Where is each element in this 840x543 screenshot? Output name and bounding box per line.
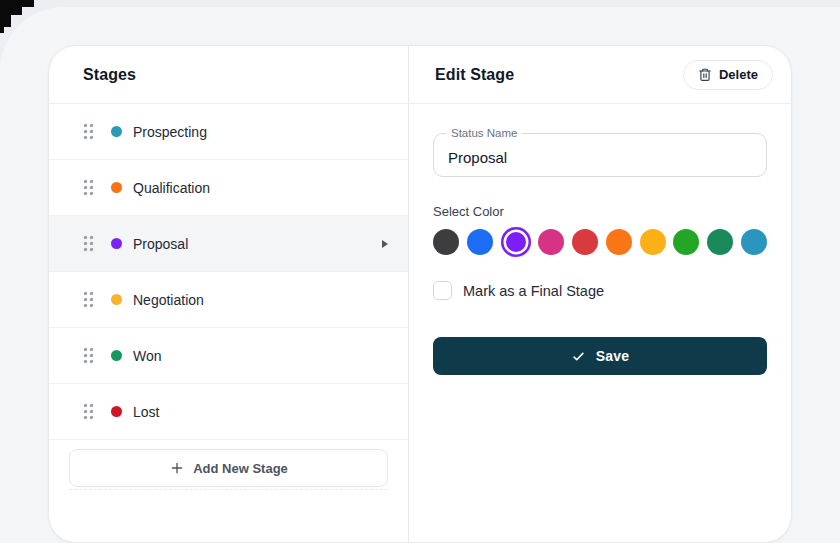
color-swatch-purple-selected[interactable] [501, 227, 531, 257]
stage-color-dot [111, 182, 122, 193]
stage-row-qualification[interactable]: Qualification [49, 160, 408, 216]
stage-color-dot [111, 350, 122, 361]
edit-stage-form: Status Name Select Color Mark as a Final… [409, 104, 791, 375]
stage-label: Won [133, 348, 162, 364]
stage-manager-card: Stages Prospecting Qualification Proposa… [48, 45, 792, 543]
color-swatch-row [433, 227, 767, 257]
color-swatch-blue[interactable] [467, 229, 493, 255]
plus-icon [169, 460, 185, 476]
status-name-label: Status Name [446, 127, 522, 140]
drag-handle-icon[interactable] [83, 235, 94, 252]
stage-label: Prospecting [133, 124, 207, 140]
drop-zone-divider [69, 489, 388, 490]
check-icon [571, 349, 586, 364]
final-stage-label: Mark as a Final Stage [463, 283, 604, 299]
edit-stage-panel: Edit Stage Delete Status Name Select Col… [409, 46, 791, 542]
color-swatch-charcoal[interactable] [433, 229, 459, 255]
color-swatch-red[interactable] [572, 229, 598, 255]
color-swatch-amber[interactable] [640, 229, 666, 255]
stage-color-dot [111, 126, 122, 137]
trash-icon [698, 67, 712, 82]
stage-row-lost[interactable]: Lost [49, 384, 408, 440]
stages-panel-header: Stages [49, 46, 408, 104]
edit-stage-title: Edit Stage [435, 66, 514, 84]
color-swatch-pink[interactable] [538, 229, 564, 255]
color-swatch-sea-green[interactable] [707, 229, 733, 255]
edit-stage-header: Edit Stage Delete [409, 46, 791, 104]
stage-color-dot [111, 238, 122, 249]
stage-label: Lost [133, 404, 159, 420]
color-swatch-cyan[interactable] [741, 229, 767, 255]
chevron-right-icon [382, 240, 388, 248]
stages-panel: Stages Prospecting Qualification Proposa… [49, 46, 409, 542]
color-swatch-green[interactable] [673, 229, 699, 255]
drag-handle-icon[interactable] [83, 403, 94, 420]
stage-row-negotiation[interactable]: Negotiation [49, 272, 408, 328]
status-name-input[interactable] [434, 134, 766, 176]
stage-row-prospecting[interactable]: Prospecting [49, 104, 408, 160]
drag-handle-icon[interactable] [83, 179, 94, 196]
add-new-stage-label: Add New Stage [193, 461, 288, 476]
add-new-stage-button[interactable]: Add New Stage [69, 449, 388, 487]
stage-label: Proposal [133, 236, 188, 252]
stage-label: Qualification [133, 180, 210, 196]
delete-button-label: Delete [719, 67, 758, 82]
delete-button[interactable]: Delete [683, 60, 773, 90]
stages-title: Stages [83, 66, 136, 84]
stage-label: Negotiation [133, 292, 204, 308]
drag-handle-icon[interactable] [83, 123, 94, 140]
stage-row-won[interactable]: Won [49, 328, 408, 384]
save-button[interactable]: Save [433, 337, 767, 375]
color-swatch-orange[interactable] [606, 229, 632, 255]
drag-handle-icon[interactable] [83, 347, 94, 364]
final-stage-checkbox[interactable] [433, 281, 452, 300]
stage-row-proposal[interactable]: Proposal [49, 216, 408, 272]
stage-color-dot [111, 406, 122, 417]
final-stage-row: Mark as a Final Stage [433, 281, 767, 300]
drag-handle-icon[interactable] [83, 291, 94, 308]
stage-color-dot [111, 294, 122, 305]
save-button-label: Save [596, 348, 630, 364]
status-name-field: Status Name [433, 133, 767, 177]
select-color-label: Select Color [433, 204, 767, 219]
